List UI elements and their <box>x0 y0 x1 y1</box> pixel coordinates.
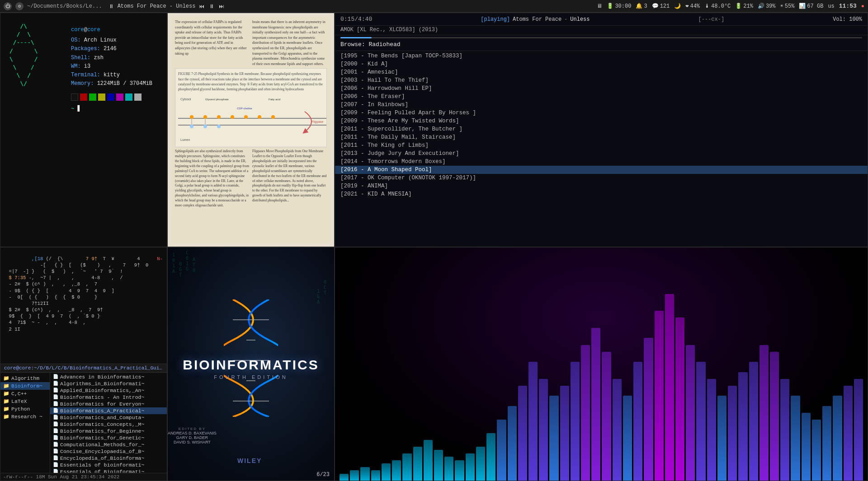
pdf-file-icon: 📄 <box>53 448 58 454</box>
current-path: ~/Documents/Books/Le... <box>27 3 102 9</box>
file-entry[interactable]: 📄Computational_Methods_for_~ <box>50 441 167 448</box>
pdf-file-icon: 📄 <box>53 394 58 400</box>
viz-bar-17 <box>518 386 527 481</box>
pdf-cover-editors: EDITED BY ANDREAS D. BAXEVANIS GARY D. B… <box>168 427 217 444</box>
file-entry[interactable]: 📄Essentials of bioinformati~ <box>50 462 167 468</box>
pdf-text-right: brain means that there is an inherent as… <box>252 19 327 66</box>
pdf-file-icon: 📄 <box>53 401 58 406</box>
file-entry[interactable]: 📄Bioinformatics_for_Beginne~ <box>50 428 167 434</box>
folder-icon: 📁 <box>3 398 9 404</box>
file-entry[interactable]: 📄Bioinformatics_for_Genetic~ <box>50 434 167 441</box>
sidebar-item-python[interactable]: 📁Python <box>0 405 50 413</box>
settings-icon[interactable]: ⚙ <box>15 2 24 10</box>
viz-bar-14 <box>486 433 495 481</box>
album-list[interactable]: [1995 - The Bends [Japan TOCP-53833][200… <box>335 51 868 247</box>
music-album-item[interactable]: [2014 - Tomorrows Modern Boxes] <box>335 158 868 166</box>
terminal-panel[interactable]: /\ / \ /----\ / \ \ / \ / \ / \/ core@co… <box>0 13 167 247</box>
viz-bar-42 <box>780 379 789 481</box>
viz-bar-10 <box>444 457 453 481</box>
viz-bar-21 <box>560 386 569 481</box>
vim-editor-content[interactable]: ,[18 (/ {\ 7 9† T ¥ 4 N- -[ { } [ ($ ) ,… <box>0 248 167 364</box>
viz-bar-2 <box>360 467 369 481</box>
media-play-button[interactable]: ⏸ <box>208 3 215 9</box>
files-main[interactable]: 📄Advances in Bioinformatics~📄Algorithms_… <box>50 373 167 473</box>
file-entry[interactable]: 📄Encyclopedia_of_Bioinforma~ <box>50 455 167 462</box>
music-progress-container[interactable] <box>335 35 868 40</box>
viz-bar-35 <box>707 379 716 481</box>
viz-bar-5 <box>392 460 401 481</box>
file-entry[interactable]: 📄Bioinformatics_A_Practical~ <box>50 407 167 414</box>
sidebar-item-algorithm[interactable]: 📁Algorithm <box>0 374 50 382</box>
topbar: ⏻ ⚙ ~/Documents/Books/Le... ⏸ Atoms For … <box>0 0 868 13</box>
media-prev-button[interactable]: ⏮ <box>198 3 205 9</box>
moon-icon: 🌙 <box>674 3 681 9</box>
viz-bar-37 <box>728 386 737 481</box>
music-album-item[interactable]: [2011 - The King of Limbs] <box>335 141 868 149</box>
music-album-item[interactable]: [2000 - Kid A] <box>335 60 868 68</box>
viz-bar-18 <box>528 362 538 481</box>
music-album-item[interactable]: [2001 - Amnesiac] <box>335 68 868 76</box>
sidebar-item-bioinform[interactable]: 📁Bioinform~ <box>0 382 50 390</box>
power-icon[interactable]: ⏻ <box>4 2 12 10</box>
file-entry[interactable]: 📄Algorithms_in_Bioinformati~ <box>50 380 167 387</box>
terminal-prompt[interactable]: ~ ▋ <box>71 105 152 112</box>
music-nowplaying-info: [playing] Atoms For Peace - Unless <box>481 16 590 23</box>
viz-bar-32 <box>675 318 684 481</box>
file-entry[interactable]: 📄Essentials_of_Bioinformati~ <box>50 468 167 473</box>
music-album-item[interactable]: [2011 - The Daily Mail, Staircase] <box>335 133 868 141</box>
sidebar-item-latex[interactable]: 📁LaTeX <box>0 397 50 405</box>
file-entry[interactable]: 📄Advances in Bioinformatics~ <box>50 374 167 380</box>
music-album-item[interactable]: [2006 - The Eraser] <box>335 93 868 101</box>
music-album-item[interactable]: [2006 - Harrowdown Hill EP] <box>335 84 868 93</box>
pdf-cover-title: BIOINFORMATICS <box>183 357 319 373</box>
media-pause-icon[interactable]: ⏸ <box>108 3 115 9</box>
music-album-item[interactable]: [2007 - In Rainbows] <box>335 101 868 109</box>
files-sidebar[interactable]: 📁Algorithm📁Bioinform~📁C,C++📁LaTeX📁Python… <box>0 373 50 473</box>
sidebar-item-research[interactable]: 📁Research ~ <box>0 413 50 420</box>
volume-status: 🔊 39% <box>758 3 776 9</box>
music-album-item[interactable]: [2003 - Hail To The Thief] <box>335 76 868 84</box>
viz-bar-26 <box>613 379 622 481</box>
file-entry[interactable]: 📄Concise_Encyclopaedia_of_B~ <box>50 448 167 455</box>
media-controls: ⏸ Atoms For Peace - Unless ⏮ ⏸ ⏭ <box>108 3 226 9</box>
folder-icon: 📁 <box>3 414 9 420</box>
temp-status: 🌡 48.0°C <box>704 3 731 9</box>
svg-point-8 <box>231 115 234 119</box>
viz-bar-38 <box>738 372 747 481</box>
music-album-item[interactable]: [2021 - KID A MNESIA] <box>335 190 868 198</box>
svg-point-15 <box>203 125 207 128</box>
file-entry[interactable]: 📄Bioinformatics - An Introd~ <box>50 394 167 401</box>
music-album-item[interactable]: [2016 - A Moon Shaped Pool] <box>335 166 868 174</box>
progress-bar[interactable] <box>340 37 862 38</box>
sidebar-item-cc[interactable]: 📁C,C++ <box>0 390 50 397</box>
music-album-item[interactable]: [2009 - These Are My Twisted Words] <box>335 117 868 125</box>
pdf-text-panel[interactable]: The expression of cellular FABPs is regu… <box>167 13 335 247</box>
viz-bar-47 <box>833 396 842 481</box>
music-album-item[interactable]: [2017 - OK Computer (OKNOTOK 1997-2017)] <box>335 174 868 182</box>
music-album-item[interactable]: [2009 - Feeling Pulled Apart By Horses ] <box>335 109 868 117</box>
files-footer: -rw-r--r-- 18M Sun Aug 21 23:45:34 2022 <box>0 473 167 481</box>
music-album-item[interactable]: [2011 - Supercollider, The Butcher ] <box>335 125 868 133</box>
file-entry[interactable]: 📄Bioinformatics_Concepts,_M~ <box>50 421 167 428</box>
music-album-item[interactable]: [1995 - The Bends [Japan TOCP-53833] <box>335 52 868 60</box>
pdf-file-icon: 📄 <box>53 455 58 461</box>
file-entry[interactable]: 📄Applied_Bioinformatics,_An~ <box>50 387 167 394</box>
file-entry[interactable]: 📄Bioinformatics_and_Computa~ <box>50 414 167 421</box>
music-album-item[interactable]: [2013 - Judge Jury And Executioner] <box>335 149 868 158</box>
pdf-file-icon: 📄 <box>53 408 58 413</box>
battery2-status: 🔋 21% <box>735 3 753 9</box>
pdf-file-icon: 📄 <box>53 462 58 467</box>
folder-icon: 📁 <box>3 375 9 381</box>
pdf-cover-panel[interactable]: .matrix-char { font-family: monospace; f… <box>167 247 335 481</box>
music-player-panel[interactable]: 0:15/4:40 [playing] Atoms For Peace - Un… <box>335 13 868 247</box>
svg-text:WILEY: WILEY <box>237 457 262 464</box>
pdf-file-icon: 📄 <box>53 469 58 473</box>
music-album-item[interactable]: [2019 - ANIMA] <box>335 182 868 190</box>
vim-panel[interactable]: ,[18 (/ {\ 7 9† T ¥ 4 N- -[ { } [ ($ ) ,… <box>0 247 167 481</box>
pdf-file-icon: 📄 <box>53 388 58 393</box>
media-next-button[interactable]: ⏭ <box>218 3 225 9</box>
viz-bar-29 <box>644 338 653 481</box>
svg-point-14 <box>190 125 193 128</box>
clock: 11:53 <box>839 3 857 9</box>
file-entry[interactable]: 📄Bioinformatics for Everyon~ <box>50 401 167 407</box>
